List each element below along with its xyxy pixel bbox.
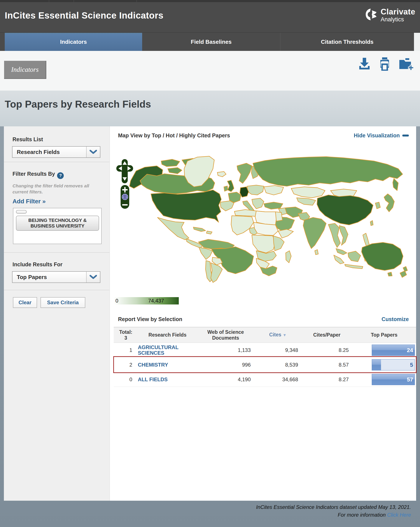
download-icon[interactable] (358, 57, 370, 71)
results-list-select[interactable]: Research Fields (12, 146, 100, 158)
map-region-china[interactable] (317, 195, 373, 225)
map-region-vietnam[interactable] (339, 226, 348, 245)
map-region-usa[interactable] (151, 190, 221, 222)
map-region-nz-north[interactable] (403, 266, 407, 272)
folder-add-icon[interactable] (399, 58, 415, 71)
col-cites-per-paper[interactable]: Cites/Paper (302, 332, 352, 338)
minus-icon (402, 134, 409, 136)
map-region-iceland[interactable] (217, 172, 226, 177)
map-region-can-isl-3[interactable] (168, 167, 182, 174)
page-title: Top Papers by Research Fields (5, 98, 151, 110)
breadcrumb-label: Indicators (11, 66, 39, 74)
include-results-select[interactable]: Top Papers (12, 271, 100, 283)
field-link[interactable]: AGRICULTURAL SCIENCES (138, 345, 197, 356)
toolbar-row: Indicators (0, 51, 420, 91)
print-icon[interactable] (378, 57, 391, 71)
table-row: 0 ALL FIELDS 4,190 34,668 8.27 57 (114, 372, 416, 387)
help-icon[interactable]: ? (57, 172, 64, 179)
cites-value: 8,539 (254, 362, 302, 368)
tab-indicators[interactable]: Indicators (5, 33, 142, 51)
map-region-japan[interactable] (384, 194, 394, 212)
browser-top-strip (0, 0, 420, 2)
map-region-kazakhstan[interactable] (291, 187, 325, 198)
map-region-centralasia[interactable] (297, 198, 315, 205)
map-region-ceurope[interactable] (247, 185, 264, 195)
map-region-kamchatka[interactable] (393, 178, 398, 191)
map-region-turkey[interactable] (264, 202, 283, 209)
map-region-uk[interactable] (227, 180, 234, 192)
map-region-nz-south[interactable] (400, 271, 406, 277)
app-header: InCites Essential Science Indicators Cla… (0, 2, 420, 33)
map-region-srilanka[interactable] (315, 250, 318, 255)
map-pan-control[interactable] (116, 159, 133, 183)
breadcrumb-indicators-button[interactable]: Indicators (4, 61, 46, 79)
map-region-iberia[interactable] (220, 201, 234, 211)
col-cites-sorted[interactable]: Cites ▼ (254, 332, 302, 338)
cites-value: 34,668 (254, 376, 302, 383)
map-region-scandinavia[interactable] (237, 163, 252, 183)
map-region-ireland[interactable] (224, 186, 228, 191)
clear-button[interactable]: Clear (13, 297, 37, 308)
map-region-argentina[interactable] (211, 263, 222, 283)
docs-value: 4,190 (197, 376, 254, 383)
table-header-row: Total:3 Research Fields Web of Science D… (114, 327, 416, 343)
map-region-malaysia[interactable] (336, 249, 347, 255)
map-region-balkans[interactable] (252, 198, 264, 209)
footer: InCites Essential Science Indicators dat… (0, 503, 411, 519)
map-region-hispaniola[interactable] (206, 231, 212, 234)
map-region-horn[interactable] (278, 229, 293, 238)
map-region-centralafrica[interactable] (252, 235, 275, 253)
docs-value: 1,133 (197, 347, 254, 353)
map-region-korea[interactable] (375, 202, 380, 209)
map-region-philippines[interactable] (363, 233, 369, 247)
row-rank: 1 (114, 347, 138, 353)
map-region-can-isl-1[interactable] (161, 159, 180, 166)
map-region-tasmania[interactable] (388, 272, 392, 276)
map-region-germany[interactable] (240, 187, 249, 197)
map-region-cuba[interactable] (193, 227, 205, 231)
col-total: Total:3 (114, 329, 138, 341)
save-criteria-button[interactable]: Save Criteria (41, 297, 85, 308)
row-rank: 2 (114, 362, 138, 368)
map-region-sumatra[interactable] (334, 255, 344, 264)
field-link[interactable]: ALL FIELDS (138, 377, 197, 382)
filter-pill[interactable] (16, 210, 27, 214)
map-region-java[interactable] (345, 264, 363, 269)
include-results-label: Include Results For (12, 261, 63, 268)
tab-citation-thresholds[interactable]: Citation Thresholds (280, 33, 414, 51)
map-region-mexico[interactable] (158, 218, 189, 240)
sidebar-divider (4, 162, 109, 162)
scrollbar-gutter (414, 33, 420, 51)
map-region-ukraine[interactable] (264, 186, 284, 195)
report-view-title: Report View by Selection (118, 316, 182, 322)
field-link[interactable]: CHEMISTRY (138, 362, 197, 368)
map-region-southafrica[interactable] (260, 266, 277, 276)
tab-field-baselines[interactable]: Field Baselines (142, 33, 280, 51)
map-region-india[interactable] (303, 218, 326, 249)
col-wos-documents[interactable]: Web of Science Documents (197, 329, 254, 341)
top-papers-bar: 57 (372, 374, 415, 385)
world-choropleth-map[interactable] (112, 148, 411, 285)
map-region-madagascar[interactable] (286, 251, 291, 263)
map-zoom-control[interactable] (121, 185, 129, 209)
map-region-taiwan[interactable] (370, 220, 373, 226)
hide-visualization-link[interactable]: Hide Visualization (354, 132, 409, 139)
map-region-borneo[interactable] (348, 251, 361, 262)
results-table: Total:3 Research Fields Web of Science D… (114, 327, 416, 387)
map-region-egypt[interactable] (275, 212, 282, 221)
click-here-link[interactable]: Click Here (387, 512, 411, 518)
col-top-papers[interactable]: Top Papers (352, 332, 416, 338)
cpp-value: 8.57 (302, 362, 352, 368)
map-region-australia[interactable] (362, 242, 403, 270)
map-region-russia[interactable] (253, 157, 403, 186)
row-rank: 0 (114, 376, 138, 383)
map-view-title: Map View by Top / Hot / Highly Cited Pap… (118, 132, 230, 139)
customize-link[interactable]: Customize (382, 316, 409, 322)
sidebar-divider (4, 252, 109, 253)
col-research-fields[interactable]: Research Fields (138, 332, 197, 338)
map-region-peru[interactable] (199, 248, 213, 260)
cpp-value: 8.25 (302, 347, 352, 353)
add-filter-link[interactable]: Add Filter » (12, 198, 46, 205)
map-region-myanmar[interactable] (328, 223, 340, 248)
filter-chip-university[interactable]: BEIJING TECHNOLOGY & BUSINESS UNIVERSITY (16, 216, 99, 231)
